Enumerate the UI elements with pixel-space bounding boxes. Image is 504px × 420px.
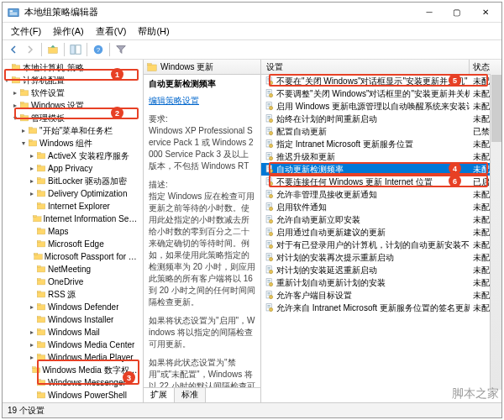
tree-panel[interactable]: 本地计算机 策略 ▾ 计算机配置 ▸ 软件设置 ▸ Windows 设置 ▾ 管… — [3, 60, 144, 402]
expand-icon[interactable]: ▾ — [3, 76, 11, 84]
tree-item[interactable]: Windows Messenger — [3, 376, 143, 389]
menu-file[interactable]: 文件(F) — [6, 24, 46, 39]
setting-row[interactable]: 指定 Intranet Microsoft 更新服务位置 未配置 — [261, 138, 501, 150]
details-panel: Windows 更新 自动更新检测频率 编辑策略设置 要求:Windows XP… — [144, 60, 261, 402]
svg-rect-27 — [37, 179, 45, 184]
tree-item[interactable]: ▾ 计算机配置 — [3, 74, 143, 87]
tree-item[interactable]: ▸ 软件设置 — [3, 87, 143, 99]
tree-item[interactable]: ▸ Windows Mail — [3, 326, 143, 339]
expand-icon[interactable]: ▸ — [19, 127, 28, 134]
help-button[interactable]: ? — [91, 42, 106, 57]
up-button[interactable] — [45, 42, 60, 57]
tree-label: Windows Defender — [48, 302, 118, 312]
expand-icon[interactable]: ▸ — [28, 152, 36, 160]
expand-icon[interactable]: ▸ — [28, 341, 36, 349]
menu-view[interactable]: 查看(V) — [91, 24, 132, 39]
setting-row[interactable]: 启用 Windows 更新电源管理以自动唤醒系统来安装计划的 未配置 — [261, 100, 501, 113]
tree-item[interactable]: ▸ Windows Media Center — [3, 339, 143, 351]
tree-item[interactable]: OneDrive — [3, 276, 143, 288]
setting-row[interactable]: 重新计划自动更新计划的安装 未配置 — [261, 276, 501, 289]
tab-standard[interactable]: 标准 — [175, 388, 206, 402]
tree-item[interactable]: ▸ ActiveX 安装程序服务 — [3, 150, 143, 162]
setting-row[interactable]: 启用通过自动更新建议的更新 未配置 — [261, 226, 501, 239]
expand-icon[interactable]: ▸ — [11, 89, 19, 97]
setting-row[interactable]: 推迟升级和更新 未配置 — [261, 150, 501, 163]
tree-label: 计算机配置 — [23, 75, 65, 87]
expand-icon[interactable]: ▸ — [28, 165, 36, 172]
window-controls: ─ ▢ ✕ — [416, 3, 501, 22]
svg-rect-150 — [267, 257, 270, 258]
setting-row[interactable]: 启用软件通知 未配置 — [261, 201, 501, 213]
forward-button[interactable] — [23, 42, 38, 57]
expand-icon[interactable]: ▸ — [28, 177, 36, 185]
menu-action[interactable]: 操作(A) — [48, 24, 89, 39]
setting-label: 允许客户端目标设置 — [276, 290, 352, 302]
expand-icon[interactable]: ▸ — [28, 190, 36, 197]
setting-row[interactable]: 不要在"关闭 Windows"对话框显示"安装更新并关机" 未配置 — [261, 75, 501, 87]
tree-item[interactable]: Microsoft Edge — [3, 238, 143, 250]
setting-row[interactable]: 允许客户端目标设置 未配置 — [261, 289, 501, 302]
svg-rect-22 — [29, 139, 32, 141]
tab-extended[interactable]: 扩展 — [144, 388, 175, 402]
tree-item[interactable]: ▾ Windows 组件 — [3, 137, 143, 150]
tree-item[interactable]: Windows Media 数字权限管理 — [3, 364, 143, 376]
expand-icon[interactable]: ▸ — [28, 354, 36, 361]
setting-row[interactable]: 不要连接任何 Windows 更新 Internet 位置 已启用 — [261, 176, 501, 188]
tree-item[interactable]: ▾ 管理模板 — [3, 112, 143, 124]
tree-item[interactable]: ▸ Windows Defender — [3, 301, 143, 313]
column-status[interactable]: 状态 — [470, 60, 501, 74]
expand-icon[interactable]: ▾ — [11, 114, 19, 122]
tree-item[interactable]: ▸ Delivery Optimization — [3, 187, 143, 200]
svg-rect-46 — [37, 291, 40, 292]
expand-icon[interactable]: ▸ — [11, 102, 19, 109]
setting-row[interactable]: 对于有已登录用户的计算机，计划的自动更新安装不执行重… 未配置 — [261, 239, 501, 251]
menu-help[interactable]: 帮助(H) — [133, 24, 174, 39]
edit-policy-link[interactable]: 编辑策略设置 — [149, 95, 255, 107]
setting-row[interactable]: 始终在计划的时间重新启动 未配置 — [261, 113, 501, 125]
setting-label: 自动更新检测频率 — [276, 164, 344, 176]
column-setting[interactable]: 设置 — [261, 60, 470, 74]
setting-row[interactable]: 允许自动更新立即安装 未配置 — [261, 213, 501, 226]
expand-icon[interactable]: ▾ — [19, 139, 28, 147]
tree-item[interactable]: Maps — [3, 225, 143, 238]
tree-item[interactable]: Internet Explorer — [3, 200, 143, 213]
tree-item[interactable]: Windows Installer — [3, 313, 143, 326]
back-button[interactable] — [6, 42, 21, 57]
filter-button[interactable] — [113, 42, 129, 57]
expand-icon[interactable]: ▸ — [28, 303, 36, 311]
tree-item[interactable]: Microsoft Passport for Work — [3, 250, 143, 263]
tree-item[interactable]: 本地计算机 策略 — [3, 61, 143, 74]
setting-row[interactable]: 对计划的安装延迟重新启动 未配置 — [261, 264, 501, 276]
tree-label: Windows Mail — [48, 328, 100, 337]
setting-row[interactable]: 对计划的安装再次提示重新启动 未配置 — [261, 251, 501, 264]
tree-item[interactable]: NetMeeting — [3, 263, 143, 276]
svg-rect-140 — [267, 232, 270, 233]
maximize-button[interactable]: ▢ — [443, 3, 470, 22]
setting-row[interactable]: 允许来自 Intranet Microsoft 更新服务位置的签名更新 未配置 — [261, 302, 501, 314]
tree-item[interactable]: ▸ BitLocker 驱动器加密 — [3, 175, 143, 187]
setting-row[interactable]: 自动更新检测频率 未配置 — [261, 163, 501, 176]
setting-row[interactable]: 配置自动更新 已禁用 — [261, 125, 501, 138]
setting-row[interactable]: 不要调整"关闭 Windows"对话框里的"安装更新并关机" 未配置 — [261, 87, 501, 100]
tree-item[interactable]: ▸ Windows Media Player — [3, 351, 143, 364]
tree-item[interactable]: ▸ App Privacy — [3, 162, 143, 175]
svg-rect-39 — [34, 255, 42, 260]
svg-rect-160 — [267, 282, 270, 283]
close-button[interactable]: ✕ — [470, 3, 501, 22]
titlebar: 本地组策略编辑器 ─ ▢ ✕ — [3, 3, 501, 23]
tree-item[interactable]: RSS 源 — [3, 288, 143, 301]
setting-label: 配置自动更新 — [276, 126, 327, 138]
tree-label: Microsoft Passport for Work — [45, 252, 139, 261]
scrollbar[interactable] — [490, 74, 501, 390]
show-hide-tree-button[interactable] — [68, 42, 83, 57]
expand-icon[interactable]: ▸ — [28, 328, 36, 336]
tree-item[interactable]: Internet Information Services — [3, 213, 143, 225]
svg-rect-85 — [267, 93, 270, 94]
setting-row[interactable]: 允许非管理员接收更新通知 未配置 — [261, 188, 501, 201]
settings-list-body[interactable]: 不要在"关闭 Windows"对话框显示"安装更新并关机" 未配置 不要调整"关… — [261, 75, 501, 402]
tree-item[interactable]: ▸ "开始"菜单和任务栏 — [3, 124, 143, 137]
svg-point-131 — [270, 207, 273, 211]
minimize-button[interactable]: ─ — [416, 3, 443, 22]
tree-item[interactable]: ▸ Windows 设置 — [3, 99, 143, 112]
tree-item[interactable]: Windows PowerShell — [3, 389, 143, 402]
